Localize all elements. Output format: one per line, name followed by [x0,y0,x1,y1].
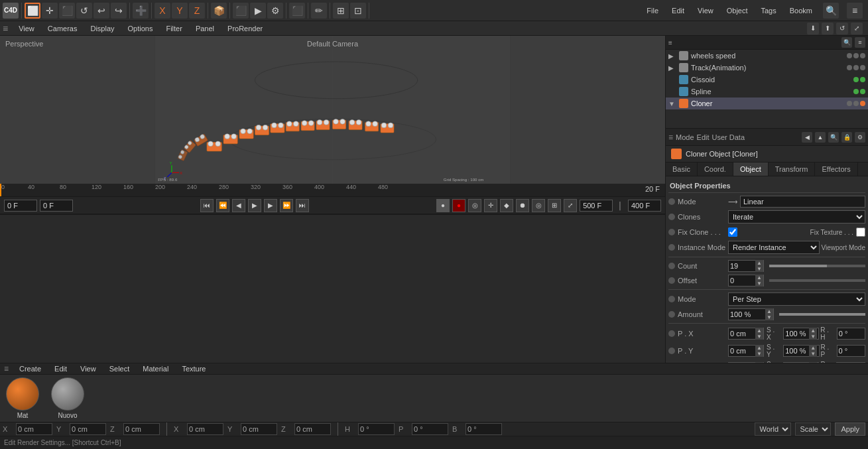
obj-anim-dot[interactable] [860,53,865,58]
viewport-canvas[interactable]: Perspective Default Camera X Y Z [0,36,665,184]
tab-object[interactable]: Object [733,162,769,176]
py-c-input[interactable] [241,423,277,435]
py-up-btn[interactable]: ▲ [755,345,763,351]
obj-item-cissoid[interactable]: ▶ Cissoid [666,74,868,86]
mode-dot[interactable] [668,198,675,205]
timeline-settings-icon[interactable]: ⊞ [548,199,561,212]
obj-item-track[interactable]: ▶ Track(Animation) [666,62,868,74]
offset-up-btn[interactable]: ▲ [755,275,763,281]
fps-input[interactable] [628,200,661,212]
bottom-select[interactable]: Select [107,363,133,374]
redo-icon[interactable]: ↪ [111,3,127,19]
render-settings-icon[interactable]: ⚙ [267,3,283,19]
sx-input[interactable] [784,330,809,338]
timeline-mode-icon[interactable]: ⏺ [516,199,529,212]
props-search-icon[interactable]: 🔍 [828,132,839,143]
fix-clone-dot[interactable] [668,229,675,235]
clones-dot[interactable] [668,214,675,220]
perspective-cube-icon[interactable]: ⬛ [289,3,305,19]
snap-icon[interactable]: ⊡ [350,3,366,19]
amount-slider[interactable] [779,313,865,316]
spline-draw-icon[interactable]: ✏ [311,3,327,19]
count-dot[interactable] [668,263,675,269]
obj-filter-icon[interactable]: ≡ [855,37,865,48]
file-menu[interactable]: File [644,5,661,16]
transform-select[interactable]: Scale [795,422,831,436]
props-lock-icon[interactable]: 🔒 [841,132,852,143]
search-icon[interactable]: 🔍 [823,3,839,19]
bottom-view[interactable]: View [78,363,99,374]
obj-panel-toggle[interactable]: ≡ [668,39,672,46]
obj-vis-dot-t[interactable] [847,65,852,70]
offset-slider[interactable] [769,279,865,282]
material-item-nuovo[interactable]: Nuovo [48,377,88,419]
play-btn[interactable]: ▶ [248,199,261,212]
props-more-icon[interactable]: ⚙ [855,132,865,143]
vp-refresh-icon[interactable]: ↺ [836,23,848,34]
h-input[interactable] [358,423,395,435]
obj-vis-dot-s[interactable] [853,89,859,94]
vp-cameras-menu[interactable]: Cameras [45,23,80,34]
undo-icon[interactable]: ↩ [93,3,109,19]
end-frame-input[interactable] [580,200,613,212]
keyframe-icon[interactable]: ◆ [500,199,513,212]
sy-down-btn[interactable]: ▼ [809,351,817,357]
record-btn[interactable]: ● [436,199,450,212]
props-fwd-icon[interactable]: ▲ [815,132,826,143]
object-menu[interactable]: Object [724,5,751,16]
rp-input[interactable] [837,347,857,355]
offset-dot[interactable] [668,277,675,284]
onion-skin-icon[interactable]: ◎ [532,199,545,212]
obj-anim-dot-t[interactable] [860,65,865,70]
fix-clone-checkbox[interactable] [728,227,737,237]
sx-down-btn[interactable]: ▼ [809,334,817,340]
next-frame-btn[interactable]: ▶ [264,199,277,212]
obj-render-dot[interactable] [853,53,859,58]
px-input[interactable] [729,330,755,338]
go-to-end-btn[interactable]: ⏭ [296,199,309,212]
obj-vis-dot[interactable] [847,53,852,58]
obj-render-dot-c[interactable] [860,77,865,82]
space-select[interactable]: World [755,422,791,436]
rh-input[interactable] [837,330,857,338]
amount-down-btn[interactable]: ▼ [765,314,773,320]
b-input[interactable] [465,423,502,435]
tab-coord[interactable]: Coord. [698,162,733,176]
tags-menu[interactable]: Tags [759,5,779,16]
step-back-btn[interactable]: ⏪ [216,199,229,212]
tab-basic[interactable]: Basic [666,162,698,176]
vp-display-menu[interactable]: Display [88,23,117,34]
px-down-btn[interactable]: ▼ [755,334,763,340]
z-axis-icon[interactable]: Z [189,3,205,19]
tab-effectors[interactable]: Effectors [815,162,857,176]
px-up-btn[interactable]: ▲ [755,328,763,334]
amount-up-btn[interactable]: ▲ [765,308,773,314]
filter-icon[interactable]: ≡ [847,3,863,19]
bottom-texture[interactable]: Texture [179,363,208,374]
obj-search-icon[interactable]: 🔍 [841,37,852,48]
edit-btn[interactable]: Edit [697,133,710,141]
instance-mode-select[interactable]: Render Instance [728,241,820,254]
current-frame-left-input[interactable] [4,200,37,212]
vp-prorender-menu[interactable]: ProRender [225,23,265,34]
bottom-edit[interactable]: Edit [52,363,70,374]
mode2-select[interactable]: Per Step [728,292,865,306]
offset-input[interactable] [729,277,755,285]
py-input[interactable] [729,347,755,355]
x-input[interactable] [16,423,52,435]
amount-dot[interactable] [668,311,675,318]
vp-upload-icon[interactable]: ⬆ [822,23,834,34]
obj-render-dot-t[interactable] [853,65,859,70]
bottom-material[interactable]: Material [140,363,171,374]
z-input[interactable] [123,423,160,435]
auto-record-btn[interactable]: ● [452,199,465,212]
render-view-icon[interactable]: ▶ [250,3,266,19]
y-axis-icon[interactable]: Y [172,3,188,19]
select-tool-icon[interactable]: ⬜ [25,3,40,19]
obj-item-cloner[interactable]: ▼ Cloner [666,97,868,109]
sx-up-btn[interactable]: ▲ [809,328,817,334]
count-slider[interactable] [769,265,865,267]
apply-btn[interactable]: Apply [835,422,865,436]
obj-vis-dot-c[interactable] [853,77,859,82]
x-axis-icon[interactable]: X [155,3,170,19]
